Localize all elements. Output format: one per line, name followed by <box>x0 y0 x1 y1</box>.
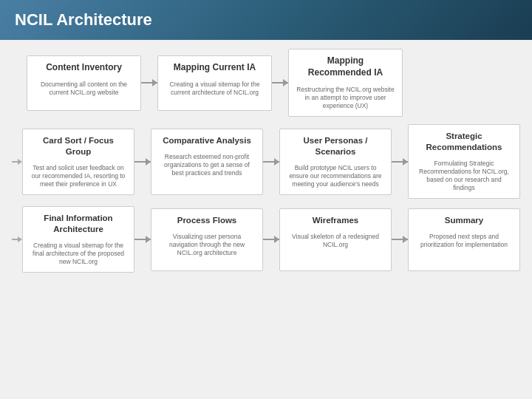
mapping-current-desc: Creating a visual sitemap for the curren… <box>166 81 264 97</box>
row-1: Content Inventory Documenting all conten… <box>12 49 520 117</box>
strategic-recommendations-title: Strategic Recommendations <box>416 131 512 153</box>
card-sort-title: Card Sort / Focus Group <box>30 135 126 157</box>
box-process-flows: Process Flows Visualizing user persona n… <box>151 208 263 271</box>
box-strategic-recommendations: Strategic Recommendations Formulating St… <box>408 124 520 199</box>
box-wireframes: Wireframes Visual skeleton of a redesign… <box>279 208 392 271</box>
header: NCIL Architecture <box>0 0 532 40</box>
user-personas-title: User Personas / Scenarios <box>287 135 383 157</box>
box-card-sort: Card Sort / Focus Group Test and solicit… <box>22 129 134 195</box>
row-2: Card Sort / Focus Group Test and solicit… <box>12 124 520 199</box>
box-comparative-analysis: Comparative Analysis Research esteemed n… <box>151 129 263 195</box>
row-3: Final Information Architecture Creating … <box>12 206 520 273</box>
strategic-recommendations-desc: Formulating Strategic Recommendations fo… <box>416 160 512 192</box>
mapping-recommended-title: Mapping Recommended IA <box>296 55 395 78</box>
box-summary: Summary Proposed next steps and prioriti… <box>408 208 520 271</box>
summary-desc: Proposed next steps and prioritization f… <box>416 233 512 249</box>
mapping-current-title: Mapping Current IA <box>166 62 264 74</box>
box-mapping-current: Mapping Current IA Creating a visual sit… <box>157 55 272 111</box>
box-content-inventory: Content Inventory Documenting all conten… <box>27 55 141 111</box>
box-final-ia: Final Information Architecture Creating … <box>22 206 134 273</box>
final-ia-desc: Creating a visual sitemap for the final … <box>30 242 126 266</box>
mapping-recommended-desc: Restructuring the NCIL.org website in an… <box>296 86 395 110</box>
row2-left-arrow <box>12 147 22 177</box>
card-sort-desc: Test and solicit user feedback on our re… <box>30 164 126 188</box>
page-title: NCIL Architecture <box>15 10 152 29</box>
process-flows-desc: Visualizing user persona navigation thro… <box>159 233 255 257</box>
comparative-analysis-desc: Research esteemed non-profit organizatio… <box>159 153 255 177</box>
content-inventory-desc: Documenting all content on the current N… <box>35 81 133 97</box>
wireframes-desc: Visual skeleton of a redesigned NCIL.org <box>287 233 383 249</box>
summary-title: Summary <box>416 215 512 226</box>
box-mapping-recommended: Mapping Recommended IA Restructuring the… <box>288 49 403 117</box>
final-ia-title: Final Information Architecture <box>30 213 126 235</box>
page: NCIL Architecture Content Inventory Docu… <box>0 0 532 399</box>
box-user-personas: User Personas / Scenarios Build prototyp… <box>279 129 392 195</box>
comparative-analysis-title: Comparative Analysis <box>159 135 255 146</box>
content-inventory-title: Content Inventory <box>35 62 133 74</box>
user-personas-desc: Build prototype NCIL users to ensure our… <box>287 164 383 188</box>
wireframes-title: Wireframes <box>287 215 383 226</box>
content: Content Inventory Documenting all conten… <box>0 40 532 399</box>
process-flows-title: Process Flows <box>159 215 255 226</box>
row3-left-arrow <box>12 225 22 254</box>
